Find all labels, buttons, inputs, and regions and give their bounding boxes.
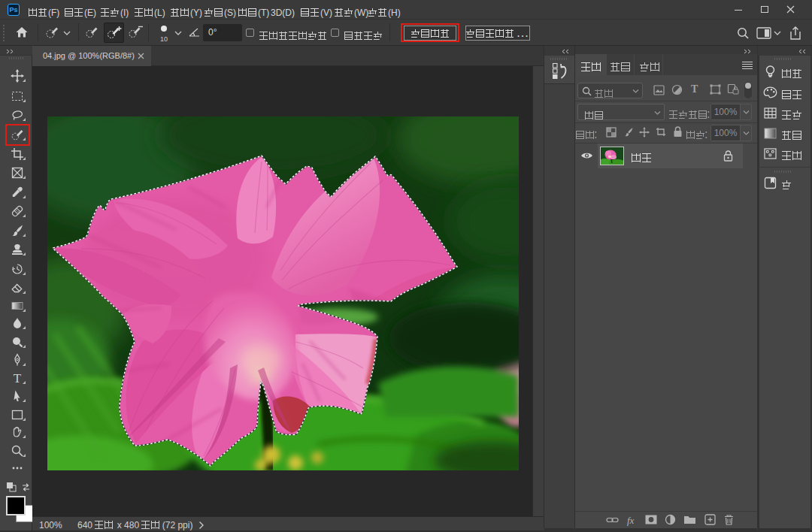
svg-text:10: 10 [160, 35, 168, 43]
svg-text:T: T [14, 371, 22, 385]
